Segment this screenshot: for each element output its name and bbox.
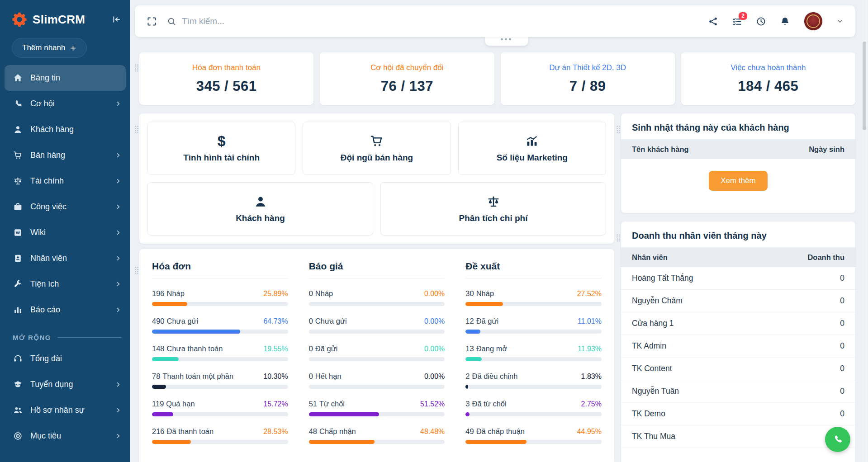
progress-name: Thanh toán một phần: [162, 372, 233, 380]
sidebar-logo-row: SlimCRM: [0, 0, 130, 34]
progress-fill: [152, 412, 173, 416]
tile-cost-analysis[interactable]: Phân tích chi phí: [380, 182, 606, 236]
progress-fill: [309, 412, 379, 416]
progress-track: [465, 302, 602, 306]
drag-grip-icon[interactable]: ⣿: [616, 234, 621, 241]
progress-percent: 19.55%: [263, 345, 288, 353]
sidebar-item-tuyen-dung[interactable]: Tuyển dụng: [0, 372, 130, 397]
revenue-table-header: Nhân viên Doanh thu: [621, 248, 855, 267]
call-fab-button[interactable]: [825, 427, 850, 452]
progress-track: [152, 302, 288, 306]
sidebar-item-wiki[interactable]: W Wiki: [0, 220, 130, 245]
quick-tiles-row-1: $ Tình hình tài chính Đội ngũ bán hàng S…: [147, 122, 606, 175]
progress-track: [152, 385, 288, 389]
sidebar-item-co-hoi[interactable]: Cơ hội: [0, 91, 130, 117]
sidebar-item-tai-chinh[interactable]: Tài chính: [0, 168, 130, 194]
stat-card-tasks[interactable]: Việc chưa hoàn thành 184 / 465: [681, 52, 855, 105]
progress-percent: 0.00%: [424, 345, 445, 353]
progress-name: Từ chối: [319, 400, 345, 408]
progress-percent: 2.75%: [581, 400, 602, 408]
stat-card-value: 345 / 561: [196, 78, 257, 94]
avatar[interactable]: [804, 12, 823, 31]
clock-icon[interactable]: [756, 16, 766, 27]
progress-count: 13: [465, 344, 474, 353]
progress-track: [465, 330, 602, 334]
sidebar-collapse-icon[interactable]: [111, 14, 121, 24]
chevron-down-icon[interactable]: [836, 18, 844, 25]
wiki-icon: W: [13, 228, 23, 237]
sidebar-section-label: MỞ RỘNG: [0, 323, 130, 346]
tile-label: Số liệu Marketing: [497, 153, 568, 163]
sidebar-item-label: Tuyển dụng: [30, 380, 73, 389]
sidebar-item-ban-hang[interactable]: Bán hàng: [0, 142, 130, 168]
home-icon: [13, 73, 23, 83]
tasks-list-icon[interactable]: 2: [732, 16, 742, 27]
stats-column-quotes: Báo giá 0Nháp0.00% 0Chưa gửi0.00% 0Đã gử…: [309, 261, 445, 444]
progress-name: Đã chấp thuận: [476, 427, 525, 435]
sidebar-nav: Bảng tin Cơ hội Khách hàng Bán hàng Tài …: [0, 65, 130, 449]
birthday-card: Sinh nhật tháng này của khách hàng Tên k…: [621, 113, 855, 213]
widgets-drag-tab[interactable]: •••: [485, 37, 528, 46]
sidebar-item-nhan-vien[interactable]: Nhân viên: [0, 245, 130, 271]
quick-add-button[interactable]: Thêm nhanh: [12, 38, 87, 58]
sidebar-item-tien-ich[interactable]: Tiện ích: [0, 271, 130, 297]
progress-label: 48Chấp nhận: [309, 427, 356, 436]
drag-grip-icon[interactable]: ⣿: [134, 267, 139, 274]
sidebar-item-muc-tieu[interactable]: Mục tiêu: [0, 423, 130, 449]
progress-name: Đã từ chối: [472, 400, 507, 408]
fullscreen-icon[interactable]: [147, 16, 157, 27]
column-header-name: Tên khách hàng: [632, 145, 689, 154]
drag-grip-icon[interactable]: ⣿: [616, 126, 621, 133]
progress-name: Chấp nhận: [319, 427, 356, 435]
see-more-button[interactable]: Xem thêm: [709, 171, 767, 191]
progress-count: 3: [465, 400, 470, 408]
drag-grip-icon[interactable]: ⣿: [134, 126, 139, 133]
progress-row: 0Nháp0.00%: [309, 289, 445, 306]
progress-count: 30: [465, 289, 474, 297]
tile-label: Tình hình tài chính: [183, 153, 260, 163]
tasks-icon: [13, 202, 23, 212]
column-header-date: Ngày sinh: [809, 145, 844, 154]
progress-row: 13Đang mở11.93%: [465, 344, 602, 361]
progress-fill: [465, 440, 526, 444]
sidebar-item-bao-cao[interactable]: Báo cáo: [0, 297, 130, 323]
progress-track: [152, 412, 288, 416]
plus-icon: [70, 45, 76, 52]
stat-card-value: 7 / 89: [569, 78, 606, 94]
sidebar-item-cong-viec[interactable]: Công việc: [0, 194, 130, 220]
progress-row: 51Từ chối51.52%: [309, 400, 445, 416]
sidebar-item-ho-so-nhan-su[interactable]: Hồ sơ nhân sự: [0, 397, 130, 423]
person-icon: [13, 125, 23, 134]
progress-label: 30Nháp: [465, 289, 494, 298]
progress-name: Chưa thanh toán: [167, 344, 223, 353]
progress-row: 490Chưa gửi64.73%: [152, 317, 288, 334]
employee-revenue: 0: [840, 319, 844, 328]
stat-card-opportunities[interactable]: Cơ hội đã chuyển đổi 76 / 137: [320, 52, 494, 105]
employee-revenue: 0: [840, 364, 844, 373]
stats-column-invoices: Hóa đơn 196Nháp25.89% 490Chưa gửi64.73% …: [152, 261, 288, 444]
progress-percent: 64.73%: [263, 317, 288, 325]
drag-grip-icon[interactable]: ⣿: [134, 64, 139, 71]
progress-fill: [465, 357, 482, 361]
employee-name: Cửa hàng 1: [632, 319, 674, 328]
sidebar-item-tong-dai[interactable]: Tổng đài: [0, 346, 130, 372]
stat-card-invoices[interactable]: Hóa đơn thanh toán 345 / 561: [139, 52, 313, 105]
sidebar-item-label: Mục tiêu: [30, 431, 61, 441]
tile-customers[interactable]: Khách hàng: [147, 182, 373, 236]
tile-finance[interactable]: $ Tình hình tài chính: [147, 122, 295, 175]
progress-row: 148Chưa thanh toán19.55%: [152, 344, 288, 361]
stat-card-value: 76 / 137: [381, 78, 433, 94]
share-icon[interactable]: [708, 16, 718, 27]
scrollbar-thumb[interactable]: [863, 42, 866, 130]
app-root: SlimCRM Thêm nhanh Bảng tin Cơ hội Khách…: [0, 0, 868, 462]
tile-sales-team[interactable]: Đội ngũ bán hàng: [303, 122, 451, 175]
bell-icon[interactable]: [780, 16, 790, 27]
chevron-right-icon: [115, 101, 121, 107]
brand-gear-icon: [12, 12, 27, 27]
tile-marketing[interactable]: Số liệu Marketing: [458, 122, 606, 175]
sidebar-item-khach-hang[interactable]: Khách hàng: [0, 117, 130, 142]
sidebar-item-bang-tin[interactable]: Bảng tin: [5, 65, 126, 91]
progress-name: Đã gửi: [315, 344, 338, 353]
search-input[interactable]: [182, 16, 372, 26]
stat-card-projects[interactable]: Dự án Thiết kế 2D, 3D 7 / 89: [501, 52, 675, 105]
